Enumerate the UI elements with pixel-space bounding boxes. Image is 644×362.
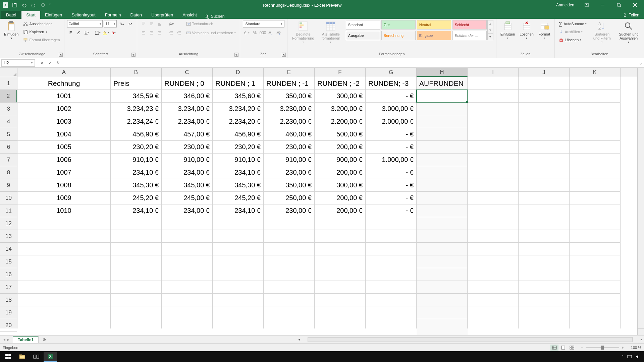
cell-I3[interactable] xyxy=(468,103,519,115)
cell-I10[interactable] xyxy=(468,192,519,204)
paste-button[interactable]: Einfügen ▼ xyxy=(3,20,20,41)
cell-H7[interactable] xyxy=(417,154,468,166)
cell-E15[interactable] xyxy=(264,255,315,268)
decrease-indent-icon[interactable] xyxy=(167,29,175,37)
cell-F16[interactable] xyxy=(315,268,366,281)
wrap-text-button[interactable]: Textumbruch xyxy=(185,20,237,27)
cell-G17[interactable] xyxy=(366,281,417,294)
cell-I2[interactable] xyxy=(468,90,519,103)
accounting-format-icon[interactable]: €▾ xyxy=(243,29,250,37)
cell-H19[interactable] xyxy=(417,306,468,319)
find-select-button[interactable]: Suchen und Auswählen▾ xyxy=(616,20,641,44)
align-top-icon[interactable] xyxy=(140,20,147,27)
col-header-C[interactable]: C xyxy=(162,68,213,77)
cell-A8[interactable]: 1007 xyxy=(17,166,111,179)
fill-color-icon[interactable]: ▾ xyxy=(102,29,109,37)
cell-H10[interactable] xyxy=(417,192,468,204)
cell-J4[interactable] xyxy=(519,115,570,128)
cell-K6[interactable] xyxy=(570,141,621,154)
cell-B15[interactable] xyxy=(111,255,162,268)
dialog-launcher-icon[interactable]: ⬊ xyxy=(282,53,286,57)
cell-I17[interactable] xyxy=(468,281,519,294)
cell-B3[interactable]: 3.234,23 € xyxy=(111,103,162,115)
cell-K3[interactable] xyxy=(570,103,621,115)
cell-B5[interactable]: 456,90 € xyxy=(111,128,162,141)
cell-H5[interactable] xyxy=(417,128,468,141)
undo-icon[interactable] xyxy=(20,1,28,9)
cell-K10[interactable] xyxy=(570,192,621,204)
cell-B12[interactable] xyxy=(111,217,162,230)
cell-K19[interactable] xyxy=(570,306,621,319)
cell-G9[interactable]: - € xyxy=(366,179,417,192)
cell-D18[interactable] xyxy=(213,294,264,306)
signin-link[interactable]: Anmelden xyxy=(552,3,578,7)
cell-D8[interactable]: 234,10 € xyxy=(213,166,264,179)
cell-H4[interactable] xyxy=(417,115,468,128)
cell-D15[interactable] xyxy=(213,255,264,268)
cell-E4[interactable]: 2.230,00 € xyxy=(264,115,315,128)
row-header-19[interactable]: 19 xyxy=(0,306,17,319)
cell-A7[interactable]: 1006 xyxy=(17,154,111,166)
cell-H12[interactable] xyxy=(417,217,468,230)
dialog-launcher-icon[interactable]: ⬊ xyxy=(131,53,136,57)
cell-F7[interactable]: 900,00 € xyxy=(315,154,366,166)
cell-J11[interactable] xyxy=(519,204,570,217)
style-berechnung[interactable]: Berechnung xyxy=(381,31,416,40)
increase-indent-icon[interactable] xyxy=(175,29,183,37)
cell-J2[interactable] xyxy=(519,90,570,103)
cell-A19[interactable] xyxy=(17,306,111,319)
cell-C3[interactable]: 3.234,00 € xyxy=(162,103,213,115)
vertical-scrollbar[interactable] xyxy=(637,68,644,328)
row-header-18[interactable]: 18 xyxy=(0,294,17,306)
row-header-4[interactable]: 4 xyxy=(0,115,17,128)
cell-G8[interactable]: - € xyxy=(366,166,417,179)
cell-J17[interactable] xyxy=(519,281,570,294)
cell-C9[interactable]: 345,00 € xyxy=(162,179,213,192)
cell-E20[interactable] xyxy=(264,319,315,328)
cell-A14[interactable] xyxy=(17,243,111,255)
cell-K5[interactable] xyxy=(570,128,621,141)
cell-styles-gallery[interactable]: Standard Gut Neutral Schlecht Ausgabe Be… xyxy=(346,20,487,40)
redo-icon[interactable] xyxy=(30,1,38,9)
cell-A6[interactable]: 1005 xyxy=(17,141,111,154)
cell-B4[interactable]: 2.234,24 € xyxy=(111,115,162,128)
select-all-corner[interactable] xyxy=(0,68,17,77)
sheet-nav-last-icon[interactable]: ▸ xyxy=(7,337,10,343)
cell-G10[interactable]: - € xyxy=(366,192,417,204)
cell-B2[interactable]: 345,59 € xyxy=(111,90,162,103)
cell-A13[interactable] xyxy=(17,230,111,243)
style-erklarend[interactable]: Erklärender ... xyxy=(452,31,487,40)
cell-G6[interactable]: - € xyxy=(366,141,417,154)
delete-cells-button[interactable]: Löschen▾ xyxy=(518,20,535,40)
cell-J12[interactable] xyxy=(519,217,570,230)
row-header-7[interactable]: 7 xyxy=(0,154,17,166)
row-header-6[interactable]: 6 xyxy=(0,141,17,154)
cell-J18[interactable] xyxy=(519,294,570,306)
cell-B10[interactable]: 245,20 € xyxy=(111,192,162,204)
font-color-icon[interactable]: A▾ xyxy=(110,29,117,37)
cell-K14[interactable] xyxy=(570,243,621,255)
tab-daten[interactable]: Daten xyxy=(125,11,147,19)
copy-button[interactable]: Kopieren▾ xyxy=(22,28,61,36)
styles-scroll[interactable]: ▴▾▾ xyxy=(487,20,493,40)
cell-E2[interactable]: 350,00 € xyxy=(264,90,315,103)
cell-B19[interactable] xyxy=(111,306,162,319)
row-header-1[interactable]: 1 xyxy=(0,77,17,90)
cell-G13[interactable] xyxy=(366,230,417,243)
col-header-A[interactable]: A xyxy=(17,68,111,77)
task-view-icon[interactable] xyxy=(30,352,43,362)
cell-K2[interactable] xyxy=(570,90,621,103)
start-menu-icon[interactable] xyxy=(1,352,15,362)
cell-I20[interactable] xyxy=(468,319,519,328)
dialog-launcher-icon[interactable]: ⬊ xyxy=(59,53,63,57)
cell-F10[interactable]: 200,00 € xyxy=(315,192,366,204)
col-header-B[interactable]: B xyxy=(111,68,162,77)
row-header-2[interactable]: 2 xyxy=(0,90,17,103)
align-left-icon[interactable] xyxy=(140,29,147,37)
cell-A2[interactable]: 1001 xyxy=(17,90,111,103)
cell-A11[interactable]: 1010 xyxy=(17,204,111,217)
col-header-F[interactable]: F xyxy=(315,68,366,77)
cell-H1[interactable]: AUFRUNDEN xyxy=(417,77,468,90)
cell-A20[interactable] xyxy=(17,319,111,328)
cell-E7[interactable]: 910,00 € xyxy=(264,154,315,166)
